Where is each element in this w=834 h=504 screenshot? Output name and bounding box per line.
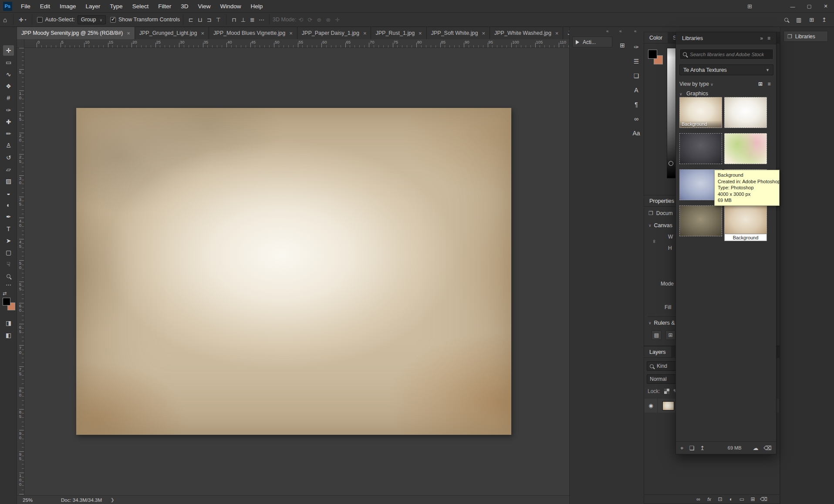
search-icon[interactable]	[780, 18, 792, 22]
blur-tool[interactable]: ◒	[3, 188, 14, 198]
paragraph-panel-icon[interactable]: ¶	[631, 99, 642, 110]
screen-mode-icon[interactable]: ◧	[3, 332, 14, 339]
document-tab[interactable]: JPP Moody Serenity.jpg @ 25% (RGB/8#)×	[17, 27, 135, 39]
tab-close-icon[interactable]: ×	[555, 30, 559, 37]
organize-windows-icon[interactable]: ⊞	[747, 3, 752, 10]
menu-edit[interactable]: Edit	[35, 0, 55, 12]
tab-layers[interactable]: Layers	[644, 346, 671, 357]
brush-tool[interactable]: ✏	[3, 128, 14, 139]
libraries-search-input[interactable]: Search libraries and Adobe Stock	[679, 49, 773, 60]
library-item[interactable]	[724, 133, 767, 164]
library-item[interactable]	[679, 133, 722, 164]
align-top-edges-icon[interactable]: ⊤	[214, 15, 223, 24]
collapse-panels-icon[interactable]: «	[634, 29, 637, 34]
document-tab[interactable]: JPP_Grunged_Light.jpg×	[135, 27, 209, 39]
auto-select-checkbox[interactable]	[37, 17, 43, 23]
tab-close-icon[interactable]: ×	[127, 30, 130, 37]
quick-selection-tool[interactable]: ❖	[3, 81, 14, 91]
align-bottom-edges-icon[interactable]: ⊥	[239, 15, 248, 24]
link-layers-icon[interactable]: ∞	[693, 496, 704, 502]
document-tab[interactable]: JPP_Rust_1.jpg×	[371, 27, 426, 39]
foreground-color-swatch[interactable]	[3, 298, 10, 306]
lasso-tool[interactable]: ∿	[3, 69, 14, 80]
zoom-level-field[interactable]: 25%	[23, 497, 50, 503]
dodge-tool[interactable]: ◐	[3, 200, 14, 210]
document-tab[interactable]: JPP_Mood Blues Vignette.jpg×	[209, 27, 297, 39]
align-left-edges-icon[interactable]: ⊏	[186, 15, 196, 24]
view-by-type-dropdown[interactable]: View by type ∨	[679, 81, 716, 87]
tab-close-icon[interactable]: ×	[201, 30, 205, 37]
layer-visibility-eye-icon[interactable]: ◉	[645, 399, 658, 413]
vertical-ruler[interactable]: 5101520253035404550556065707580859095100…	[17, 48, 24, 495]
library-item[interactable]	[679, 205, 722, 236]
history-panel-icon[interactable]: ⊞	[617, 40, 628, 51]
crop-tool[interactable]: #	[3, 93, 14, 103]
tab-close-icon[interactable]: ×	[363, 30, 367, 37]
library-item-name-field[interactable]: Background	[724, 234, 767, 241]
rectangle-tool[interactable]: ▢	[3, 247, 14, 258]
layer-group-icon[interactable]: ▭	[736, 496, 747, 502]
toggle-grid-button[interactable]: ⊞	[665, 330, 675, 340]
tab-properties[interactable]: Properties	[644, 195, 679, 206]
color-brightness-slider[interactable]	[667, 48, 676, 178]
libraries-panel-header[interactable]: Libraries » ≡	[676, 32, 776, 44]
menu-image[interactable]: Image	[55, 0, 81, 12]
eyedropper-tool[interactable]: ✑	[3, 105, 14, 115]
align-horizontal-centers-icon[interactable]: ⊔	[196, 15, 205, 24]
menu-filter[interactable]: Filter	[153, 0, 176, 12]
clone-source-panel-icon[interactable]: ❏	[631, 70, 642, 81]
color-slider-knob[interactable]	[669, 161, 673, 166]
menu-file[interactable]: File	[16, 0, 35, 12]
new-library-group-icon[interactable]: ❏	[689, 445, 695, 451]
home-icon[interactable]: ⌂	[0, 16, 10, 24]
distribute-horizontally-icon[interactable]: ≣	[248, 15, 257, 24]
auto-select-target-dropdown[interactable]: Group	[78, 15, 106, 24]
collapse-panels-icon[interactable]: «	[619, 29, 622, 34]
close-button[interactable]: ✕	[817, 0, 834, 13]
horizontal-ruler[interactable]: 0510152025303540455055606570758085909510…	[24, 39, 569, 48]
delete-library-item-icon[interactable]: ⌫	[764, 445, 772, 451]
upload-icon[interactable]: ↥	[700, 445, 705, 451]
clone-stamp-tool[interactable]: ♙	[3, 140, 14, 151]
grid-view-icon[interactable]: ⊞	[756, 80, 765, 88]
sync-status-cloud-icon[interactable]: ☁	[753, 445, 759, 451]
canvas-section-header[interactable]: ∨ Canvas	[648, 222, 672, 228]
document-tab[interactable]: JPP_Paper Daisy_1.jpg×	[297, 27, 371, 39]
zoom-tool[interactable]	[3, 271, 14, 282]
layer-thumbnail[interactable]	[662, 401, 674, 410]
collapse-panel-icon[interactable]: »	[758, 35, 765, 41]
workspace-panels-icon[interactable]: ▥	[792, 17, 805, 23]
status-options-chevron-icon[interactable]: ❯	[111, 497, 114, 502]
pen-tool[interactable]: ✒	[3, 212, 14, 222]
rectangular-marquee-tool[interactable]: ▭	[3, 57, 14, 67]
list-view-icon[interactable]: ≡	[765, 80, 773, 88]
align-vertical-centers-icon[interactable]: ⊓	[230, 15, 239, 24]
tab-close-icon[interactable]: ×	[482, 30, 485, 37]
document-tab[interactable]: JPP Soft Sereni	[563, 27, 569, 39]
tab-color[interactable]: Color	[644, 32, 668, 43]
tab-close-icon[interactable]: ×	[419, 30, 422, 37]
menu-help[interactable]: Help	[246, 0, 267, 12]
move-tool[interactable]: ✛	[3, 45, 14, 56]
library-item[interactable]: Background	[724, 205, 767, 236]
align-right-edges-icon[interactable]: ⊐	[205, 15, 214, 24]
actions-panel-collapsed[interactable]: Acti...	[572, 37, 612, 47]
share-icon[interactable]: ↥	[818, 17, 831, 23]
add-graphic-icon[interactable]: +	[680, 445, 684, 451]
document-tab[interactable]: JPP_White Washed.jpg×	[490, 27, 563, 39]
show-transform-controls-checkbox[interactable]	[110, 17, 116, 23]
menu-select[interactable]: Select	[128, 0, 154, 12]
ruler-origin-corner[interactable]	[17, 39, 24, 48]
brush-settings-panel-icon[interactable]: ✑	[631, 41, 642, 53]
adjustments-panel-icon[interactable]: ∞	[631, 113, 642, 124]
tool-presets-panel-icon[interactable]: ☰	[631, 56, 642, 67]
swap-colors-icon[interactable]: ⇄	[3, 291, 7, 296]
graphics-section-header[interactable]: ∨ Graphics	[679, 91, 708, 97]
collapse-panels-icon[interactable]: «	[606, 29, 609, 34]
character-panel-icon[interactable]: A	[631, 84, 642, 96]
panel-menu-icon[interactable]: ≡	[765, 35, 773, 41]
quick-mask-mode-icon[interactable]: ◨	[3, 319, 14, 326]
delete-layer-icon[interactable]: ⌫	[758, 496, 769, 502]
library-select-dropdown[interactable]: Te Aroha Textures ▼	[679, 64, 773, 75]
layer-style-icon[interactable]: fx	[704, 497, 715, 502]
